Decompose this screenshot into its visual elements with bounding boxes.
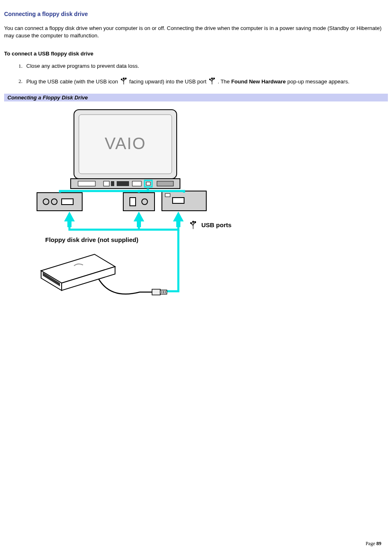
svg-rect-45 bbox=[152, 289, 160, 295]
usb-icon bbox=[120, 77, 127, 87]
sub-heading: To connect a USB floppy disk drive bbox=[4, 51, 388, 57]
svg-rect-3 bbox=[125, 78, 126, 79]
svg-point-5 bbox=[211, 78, 212, 79]
svg-rect-11 bbox=[78, 181, 95, 186]
step-1: Close any active programs to prevent dat… bbox=[24, 62, 388, 70]
svg-rect-22 bbox=[62, 199, 73, 205]
svg-marker-31 bbox=[64, 212, 75, 221]
step-2: Plug the USB cable (with the USB icon fa… bbox=[24, 77, 388, 87]
laptop-illustration: VAIO bbox=[71, 110, 180, 189]
page-heading: Connecting a floppy disk drive bbox=[4, 11, 388, 17]
floppy-drive-illustration bbox=[41, 254, 115, 290]
svg-rect-34 bbox=[137, 221, 141, 227]
svg-rect-24 bbox=[130, 198, 136, 206]
svg-marker-35 bbox=[173, 212, 184, 221]
svg-marker-33 bbox=[134, 212, 144, 221]
steps-list: Close any active programs to prevent dat… bbox=[4, 62, 388, 86]
svg-rect-23 bbox=[123, 193, 154, 211]
svg-point-39 bbox=[190, 223, 191, 224]
step-2-text-mid2: . The bbox=[218, 78, 231, 84]
svg-rect-19 bbox=[37, 193, 82, 211]
svg-rect-32 bbox=[67, 221, 71, 227]
svg-rect-7 bbox=[214, 78, 215, 79]
step-2-bold: Found New Hardware bbox=[231, 78, 286, 84]
svg-point-38 bbox=[192, 221, 194, 223]
usb-ports-label-group: USB ports bbox=[190, 221, 231, 229]
svg-rect-40 bbox=[194, 221, 196, 223]
svg-rect-18 bbox=[157, 181, 173, 186]
floppy-drive-label: Floppy disk drive (not supplied) bbox=[45, 236, 138, 243]
svg-rect-28 bbox=[165, 193, 170, 197]
svg-rect-15 bbox=[132, 181, 141, 186]
step-2-text-post: pop-up message appears. bbox=[287, 78, 349, 84]
svg-rect-12 bbox=[104, 181, 109, 186]
usb-ports-label: USB ports bbox=[201, 221, 231, 228]
step-2-text-mid1: facing upward) into the USB port bbox=[129, 78, 208, 84]
connection-diagram: VAIO bbox=[29, 106, 234, 304]
figure-caption: Connecting a Floppy Disk Drive bbox=[4, 94, 388, 101]
svg-point-6 bbox=[210, 78, 211, 80]
svg-point-2 bbox=[121, 78, 122, 80]
laptop-logo-text: VAIO bbox=[105, 134, 146, 152]
step-2-text-pre: Plug the USB cable (with the USB icon bbox=[26, 78, 120, 84]
intro-paragraph: You can connect a floppy disk drive when… bbox=[4, 25, 388, 39]
svg-rect-13 bbox=[111, 181, 114, 186]
svg-rect-27 bbox=[173, 198, 184, 203]
usb-icon bbox=[209, 77, 215, 87]
port-box-left bbox=[37, 193, 82, 211]
svg-rect-36 bbox=[176, 221, 180, 227]
svg-rect-14 bbox=[117, 181, 129, 186]
port-box-mid bbox=[123, 193, 154, 211]
svg-point-1 bbox=[123, 78, 124, 79]
svg-rect-17 bbox=[146, 182, 150, 185]
port-box-right bbox=[162, 191, 206, 211]
